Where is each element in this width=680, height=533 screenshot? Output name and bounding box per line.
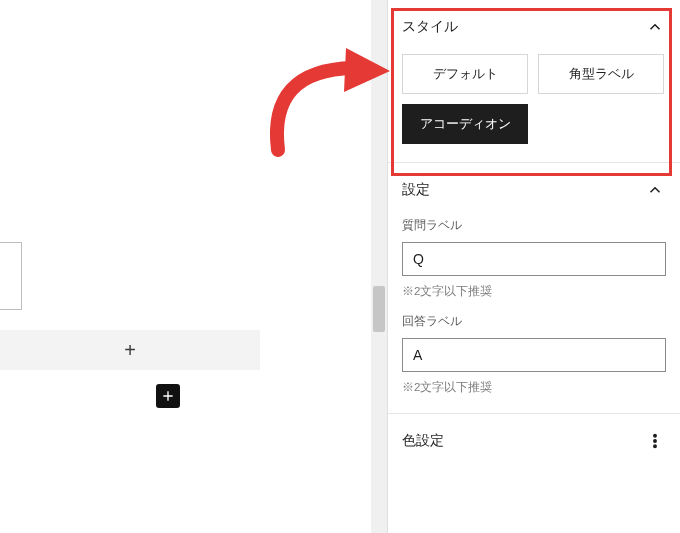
scrollbar-track[interactable]: [371, 0, 387, 533]
panel-color-settings-title: 色設定: [402, 432, 444, 450]
panel-settings-toggle[interactable]: 設定: [388, 163, 680, 217]
style-options: デフォルト 角型ラベル アコーディオン: [402, 54, 666, 144]
add-block-bar[interactable]: +: [0, 330, 260, 370]
block-inserter-button[interactable]: [156, 384, 180, 408]
chevron-up-icon: [644, 16, 666, 38]
panel-style-title: スタイル: [402, 18, 458, 36]
scrollbar-thumb[interactable]: [373, 286, 385, 332]
editor-canvas: +: [0, 0, 371, 533]
plus-icon: +: [124, 339, 136, 362]
answer-label-input[interactable]: [402, 338, 666, 372]
panel-settings-title: 設定: [402, 181, 430, 199]
plus-icon: [160, 388, 176, 404]
style-option-square-label[interactable]: 角型ラベル: [538, 54, 664, 94]
svg-point-2: [654, 445, 656, 447]
panel-style-toggle[interactable]: スタイル: [388, 0, 680, 54]
panel-style: スタイル デフォルト 角型ラベル アコーディオン: [388, 0, 680, 163]
svg-point-1: [654, 440, 656, 442]
chevron-up-icon: [644, 179, 666, 201]
settings-sidebar: スタイル デフォルト 角型ラベル アコーディオン 設定 質問ラベル ※2文字以下…: [387, 0, 680, 533]
question-label-hint: ※2文字以下推奨: [402, 284, 666, 299]
answer-label-caption: 回答ラベル: [402, 313, 666, 330]
style-option-accordion[interactable]: アコーディオン: [402, 104, 528, 144]
style-option-default[interactable]: デフォルト: [402, 54, 528, 94]
answer-label-hint: ※2文字以下推奨: [402, 380, 666, 395]
panel-color-settings-toggle[interactable]: 色設定: [388, 414, 680, 468]
svg-point-0: [654, 435, 656, 437]
kebab-icon[interactable]: [644, 430, 666, 452]
panel-settings: 設定 質問ラベル ※2文字以下推奨 回答ラベル ※2文字以下推奨: [388, 163, 680, 414]
panel-color-settings: 色設定: [388, 414, 680, 468]
question-label-input[interactable]: [402, 242, 666, 276]
block-outline-fragment: [0, 242, 22, 310]
question-label-caption: 質問ラベル: [402, 217, 666, 234]
